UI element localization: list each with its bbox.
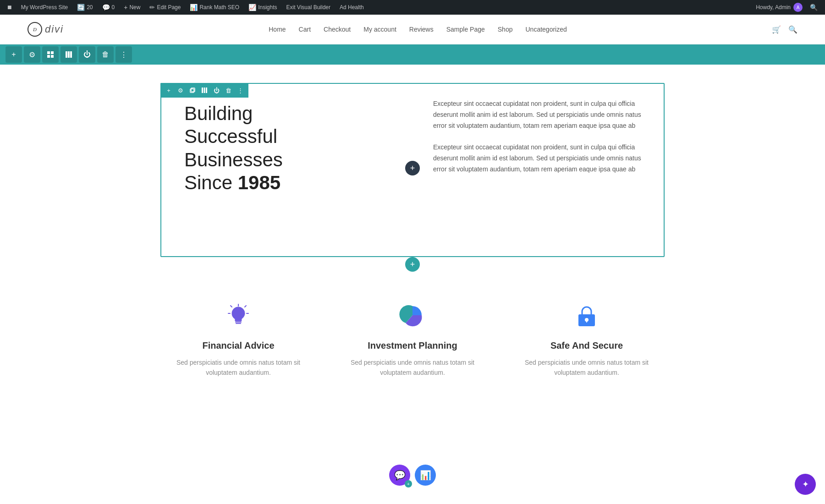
- logo-circle: D: [28, 22, 42, 37]
- exit-visual-builder-item[interactable]: Exit Visual Builder: [283, 0, 335, 15]
- divi-delete-button[interactable]: 🗑: [97, 46, 114, 63]
- divi-add-button[interactable]: +: [6, 46, 22, 63]
- divi-ai-button[interactable]: ✦: [795, 474, 816, 495]
- svg-rect-3: [51, 55, 54, 58]
- feature-financial-advice: Financial Advice Sed perspiciatis unde o…: [170, 299, 307, 378]
- site-name-label: My WordPress Site: [21, 4, 68, 11]
- updates-count: 20: [87, 4, 93, 11]
- admin-bar: ■ My WordPress Site 🔄 20 💬 0 + New ✏ Edi…: [0, 0, 825, 15]
- chat-float-button[interactable]: 💬 +: [389, 465, 410, 486]
- feature-secure-desc: Sed perspiciatis unde omnis natus totam …: [518, 357, 655, 378]
- avatar: A: [793, 3, 803, 12]
- svg-rect-1: [51, 51, 54, 54]
- section-duplicate-icon[interactable]: [187, 85, 198, 96]
- nav-reviews[interactable]: Reviews: [409, 26, 434, 33]
- site-logo[interactable]: D divi: [28, 22, 64, 37]
- new-item[interactable]: + New: [120, 0, 144, 15]
- ad-health-label: Ad Health: [340, 4, 364, 11]
- edit-page-label: Edit Page: [157, 4, 181, 11]
- nav-checkout[interactable]: Checkout: [324, 26, 351, 33]
- comments-count: 0: [112, 4, 115, 11]
- wp-logo-item[interactable]: ■: [4, 0, 16, 15]
- rank-math-label: Rank Math SEO: [199, 4, 239, 11]
- updates-item[interactable]: 🔄 20: [73, 0, 96, 15]
- ad-health-item[interactable]: Ad Health: [336, 0, 368, 15]
- nav-cart[interactable]: Cart: [299, 26, 311, 33]
- insights-item[interactable]: 📈 Insights: [245, 0, 280, 15]
- logo-text: divi: [45, 23, 64, 35]
- comments-item[interactable]: 💬 0: [99, 0, 119, 15]
- hero-line3: Businesses: [184, 149, 283, 170]
- floating-buttons: 💬 + 📊: [389, 465, 436, 486]
- svg-rect-5: [68, 51, 70, 58]
- analytics-float-button[interactable]: 📊: [415, 465, 436, 486]
- svg-rect-14: [236, 323, 241, 324]
- section-settings-icon[interactable]: ⚙: [175, 85, 186, 96]
- analytics-icon: 📊: [420, 470, 431, 481]
- hero-section: + ⚙ ⏻ 🗑 ⋮ Building Successful Businesses: [160, 83, 665, 257]
- search-admin-icon: 🔍: [810, 4, 818, 11]
- updates-icon: 🔄: [77, 4, 85, 11]
- cart-icon[interactable]: 🛒: [772, 25, 781, 34]
- divi-power-button[interactable]: ⏻: [79, 46, 95, 63]
- features-section: Financial Advice Sed perspiciatis unde o…: [0, 272, 825, 396]
- section-more-icon[interactable]: ⋮: [235, 85, 246, 96]
- feature-investment-title: Investment Planning: [344, 340, 481, 351]
- site-name-item[interactable]: My WordPress Site: [17, 0, 72, 15]
- howdy-item[interactable]: Howdy, Admin A: [752, 3, 806, 12]
- hero-since: Since: [184, 172, 238, 193]
- divi-more-button[interactable]: ⋮: [116, 46, 132, 63]
- feature-financial-desc: Sed perspiciatis unde omnis natus totam …: [170, 357, 307, 378]
- hero-line2: Successful: [184, 126, 277, 147]
- section-columns-icon[interactable]: [199, 85, 210, 96]
- section-toolbar: + ⚙ ⏻ 🗑 ⋮: [160, 83, 248, 98]
- admin-bar-right: Howdy, Admin A 🔍: [752, 0, 821, 15]
- nav-shop[interactable]: Shop: [498, 26, 513, 33]
- hero-line1: Building: [184, 103, 253, 124]
- howdy-label: Howdy, Admin: [756, 4, 791, 11]
- hero-paragraph2: Excepteur sint occaecat cupidatat non pr…: [433, 142, 645, 175]
- divi-toolbar: + ⚙ ⏻ 🗑 ⋮: [0, 44, 825, 65]
- nav-uncategorized[interactable]: Uncategorized: [525, 26, 566, 33]
- hero-heading: Building Successful Businesses Since 198…: [184, 102, 396, 195]
- divi-settings-button[interactable]: ⚙: [24, 46, 40, 63]
- new-icon: +: [124, 4, 127, 11]
- add-module-top-button[interactable]: +: [405, 161, 420, 175]
- nav-home[interactable]: Home: [269, 26, 286, 33]
- add-section-bottom-button[interactable]: +: [405, 257, 420, 272]
- section-move-icon[interactable]: +: [163, 85, 174, 96]
- divi-layout-button[interactable]: [42, 46, 59, 63]
- section-power-icon[interactable]: ⏻: [211, 85, 222, 96]
- svg-rect-9: [202, 88, 203, 93]
- section-delete-icon[interactable]: 🗑: [223, 85, 234, 96]
- search-icon[interactable]: 🔍: [788, 25, 798, 34]
- edit-icon: ✏: [149, 4, 155, 11]
- rank-math-item[interactable]: 📊 Rank Math SEO: [186, 0, 243, 15]
- svg-rect-13: [235, 322, 242, 323]
- comments-icon: 💬: [102, 4, 110, 11]
- edit-page-item[interactable]: ✏ Edit Page: [146, 0, 184, 15]
- site-header: D divi Home Cart Checkout My account Rev…: [0, 15, 825, 44]
- svg-rect-23: [586, 320, 587, 323]
- chat-icon: 💬: [394, 470, 406, 481]
- svg-rect-7: [190, 89, 194, 93]
- svg-rect-11: [206, 88, 207, 93]
- nav-sample-page[interactable]: Sample Page: [446, 26, 485, 33]
- svg-rect-8: [191, 88, 195, 92]
- chat-add-icon: +: [405, 480, 412, 488]
- nav-my-account[interactable]: My account: [363, 26, 396, 33]
- insights-label: Insights: [258, 4, 277, 11]
- divi-columns-button[interactable]: [60, 46, 77, 63]
- svg-rect-10: [204, 88, 205, 93]
- lock-icon: [571, 299, 603, 331]
- feature-investment-desc: Sed perspiciatis unde omnis natus totam …: [344, 357, 481, 378]
- search-admin-item[interactable]: 🔍: [806, 0, 821, 15]
- divi-ai-icon: ✦: [802, 479, 809, 489]
- insights-icon: 📈: [248, 4, 256, 11]
- rank-math-icon: 📊: [190, 4, 198, 11]
- svg-rect-4: [66, 51, 67, 58]
- svg-line-19: [245, 306, 246, 307]
- main-content: + ⚙ ⏻ 🗑 ⋮ Building Successful Businesses: [0, 65, 825, 405]
- feature-financial-title: Financial Advice: [170, 340, 307, 351]
- feature-safe-secure: Safe And Secure Sed perspiciatis unde om…: [518, 299, 655, 378]
